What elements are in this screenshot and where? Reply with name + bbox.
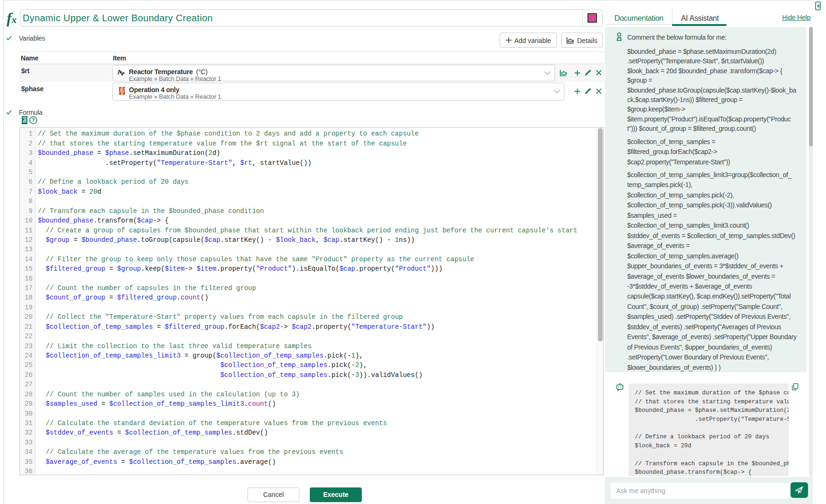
svg-text:?: ? bbox=[32, 117, 34, 123]
